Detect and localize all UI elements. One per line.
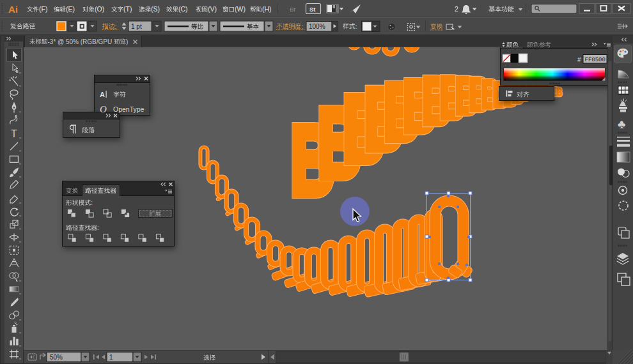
svg-text:100%: 100% [309, 23, 325, 30]
svg-text:♣: ♣ [618, 118, 625, 131]
svg-text:): ) [126, 38, 128, 45]
svg-text::: : [115, 22, 117, 30]
svg-text:Br: Br [290, 6, 296, 13]
svg-text::: : [301, 22, 303, 30]
svg-text:(E): (E) [66, 5, 75, 13]
svg-text:FF8500: FF8500 [585, 57, 606, 63]
svg-text:2: 2 [455, 5, 458, 13]
svg-text:(S): (S) [151, 5, 160, 13]
svg-text::: : [91, 199, 93, 206]
svg-text:OpenType: OpenType [113, 105, 145, 113]
svg-text:(V): (V) [208, 5, 217, 13]
svg-text:O: O [100, 104, 107, 114]
svg-text:50%: 50% [50, 354, 63, 361]
svg-text:-3* @ 50% (RGB/GPU: -3* @ 50% (RGB/GPU [48, 38, 113, 45]
svg-text:Ai: Ai [8, 4, 18, 15]
svg-text:(W): (W) [235, 5, 246, 13]
svg-text:1 pt: 1 pt [131, 23, 142, 30]
svg-text:(H): (H) [262, 5, 272, 13]
svg-text:(F): (F) [39, 5, 47, 13]
svg-text:(T): (T) [123, 5, 132, 13]
svg-text:St: St [309, 6, 316, 13]
svg-text::: : [97, 224, 99, 231]
svg-text:#: # [577, 56, 581, 63]
svg-text::: : [356, 22, 357, 30]
svg-text:(C): (C) [178, 5, 188, 13]
svg-text:A: A [100, 91, 105, 98]
svg-text:1: 1 [109, 354, 113, 361]
svg-text:T: T [11, 128, 17, 139]
svg-text:(O): (O) [95, 5, 104, 13]
